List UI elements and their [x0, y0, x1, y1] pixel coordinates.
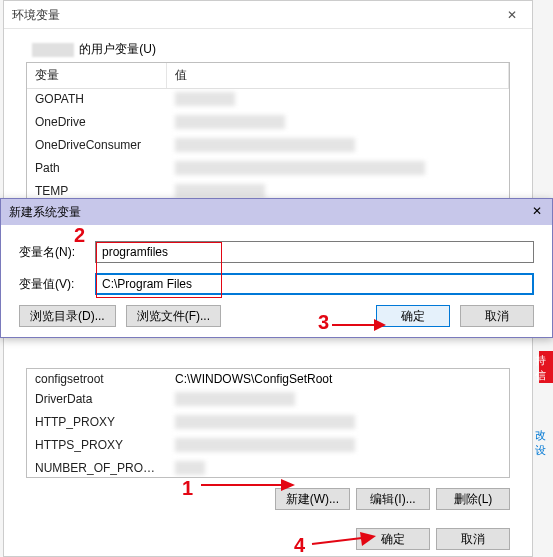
- table-header: 变量 值: [27, 63, 509, 89]
- var-name-cell: HTTPS_PROXY: [27, 436, 167, 457]
- var-name-cell: HTTP_PROXY: [27, 413, 167, 434]
- var-name-input[interactable]: [95, 241, 534, 263]
- var-value-cell: [167, 113, 509, 134]
- modal-cancel-button[interactable]: 取消: [460, 305, 534, 327]
- col-var-header: 变量: [27, 63, 167, 88]
- env-cancel-button[interactable]: 取消: [436, 528, 510, 550]
- var-name-cell: OneDrive: [27, 113, 167, 134]
- modal-body: 变量名(N): 变量值(V): 浏览目录(D)... 浏览文件(F)... 确定…: [1, 225, 552, 337]
- var-name-cell: configsetroot: [27, 370, 167, 388]
- modal-ok-button[interactable]: 确定: [376, 305, 450, 327]
- close-icon[interactable]: ✕: [524, 201, 550, 221]
- col-val-header: 值: [167, 63, 509, 88]
- var-value-cell: [167, 390, 509, 411]
- var-value-label: 变量值(V):: [19, 276, 95, 293]
- edit-sys-var-button[interactable]: 编辑(I)...: [356, 488, 430, 510]
- table-row[interactable]: HTTP_PROXY: [27, 412, 509, 435]
- cropped-label-b: 改设: [535, 428, 553, 458]
- table-row[interactable]: NUMBER_OF_PROCESSORS: [27, 458, 509, 477]
- var-name-label: 变量名(N):: [19, 244, 95, 261]
- user-vars-rows[interactable]: GOPATH OneDrive OneDriveConsumer Path TE…: [27, 89, 509, 201]
- table-row[interactable]: DriverData: [27, 389, 509, 412]
- env-window-titlebar: 环境变量 ✕: [4, 1, 532, 29]
- sys-vars-buttons: 新建(W)... 编辑(I)... 删除(L): [4, 488, 510, 510]
- var-value-cell: [167, 136, 509, 157]
- browse-dir-button[interactable]: 浏览目录(D)...: [19, 305, 116, 327]
- table-row[interactable]: Path: [27, 158, 509, 181]
- var-value-cell: [167, 413, 509, 434]
- table-row[interactable]: GOPATH: [27, 89, 509, 112]
- table-row[interactable]: OneDrive: [27, 112, 509, 135]
- close-icon[interactable]: ✕: [492, 1, 532, 29]
- new-system-var-dialog: 新建系统变量 ✕ 变量名(N): 变量值(V): 浏览目录(D)... 浏览文件…: [0, 198, 553, 338]
- var-name-cell: GOPATH: [27, 90, 167, 111]
- cropped-label-a: 持信: [535, 353, 553, 383]
- var-name-cell: OneDriveConsumer: [27, 136, 167, 157]
- var-value-input[interactable]: [95, 273, 534, 295]
- table-row[interactable]: configsetroot C:\WINDOWS\ConfigSetRoot: [27, 369, 509, 389]
- modal-title-text: 新建系统变量: [9, 205, 81, 219]
- table-row[interactable]: OneDriveConsumer: [27, 135, 509, 158]
- var-value-cell: [167, 436, 509, 457]
- env-dialog-buttons: 确定 取消: [4, 528, 510, 550]
- new-sys-var-button[interactable]: 新建(W)...: [275, 488, 350, 510]
- user-vars-table[interactable]: 变量 值 GOPATH OneDrive OneDriveConsumer Pa…: [26, 62, 510, 202]
- var-name-cell: Path: [27, 159, 167, 180]
- table-row[interactable]: HTTPS_PROXY: [27, 435, 509, 458]
- blurred-username: [32, 43, 74, 57]
- var-name-cell: DriverData: [27, 390, 167, 411]
- env-ok-button[interactable]: 确定: [356, 528, 430, 550]
- delete-sys-var-button[interactable]: 删除(L): [436, 488, 510, 510]
- user-vars-label-text: 的用户变量(U): [79, 42, 156, 56]
- env-window-title: 环境变量: [12, 8, 60, 22]
- modal-titlebar: 新建系统变量 ✕: [1, 199, 552, 225]
- var-name-cell: NUMBER_OF_PROCESSORS: [27, 459, 167, 477]
- var-value-cell: [167, 159, 509, 180]
- var-value-text: C:\WINDOWS\ConfigSetRoot: [175, 372, 332, 386]
- user-vars-section-label: 的用户变量(U): [32, 41, 532, 58]
- var-value-cell: [167, 459, 509, 477]
- var-value-cell: C:\WINDOWS\ConfigSetRoot: [167, 370, 509, 388]
- sys-vars-table[interactable]: configsetroot C:\WINDOWS\ConfigSetRootDr…: [26, 368, 510, 478]
- var-value-cell: [167, 90, 509, 111]
- sys-vars-rows[interactable]: configsetroot C:\WINDOWS\ConfigSetRootDr…: [27, 369, 509, 477]
- browse-file-button[interactable]: 浏览文件(F)...: [126, 305, 221, 327]
